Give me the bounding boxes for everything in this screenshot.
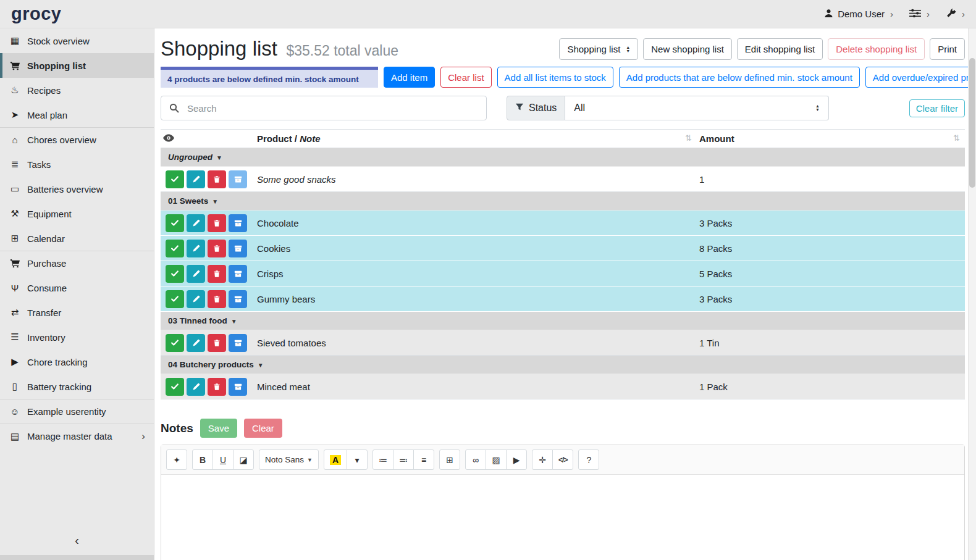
- add-to-stock-button[interactable]: [229, 214, 247, 232]
- sidebar-item-batteries-overview[interactable]: ▭Batteries overview: [0, 177, 154, 201]
- sidebar-item-tasks[interactable]: ≣Tasks: [0, 152, 154, 177]
- notes-clear-button[interactable]: Clear: [244, 419, 282, 438]
- add-below-min-stock-button[interactable]: Add products that are below defined min.…: [619, 67, 860, 88]
- sidebar-item-purchase[interactable]: Purchase: [0, 251, 154, 275]
- sidebar-item-consume[interactable]: ΨConsume: [0, 275, 154, 300]
- sidebar-item-example-userentity[interactable]: ☺Example userentity: [0, 399, 154, 424]
- highlight-color-button[interactable]: A: [324, 449, 347, 470]
- font-name-button[interactable]: Noto Sans▼: [259, 449, 319, 470]
- video-button[interactable]: ▶: [506, 449, 527, 470]
- admin-menu[interactable]: ›: [946, 8, 965, 20]
- product-group-header[interactable]: 01 Sweets▼: [161, 192, 965, 211]
- underline-icon: U: [220, 455, 226, 465]
- add-to-stock-button[interactable]: [229, 170, 247, 188]
- user-menu[interactable]: Demo User ›: [824, 9, 893, 20]
- delete-shopping-list-button[interactable]: Delete shopping list: [828, 38, 925, 60]
- sort-icon[interactable]: ⇅: [953, 133, 960, 143]
- amount-column-header[interactable]: Amount ⇅: [697, 130, 965, 148]
- add-all-to-stock-button[interactable]: Add all list items to stock: [497, 67, 613, 88]
- sidebar-item-equipment[interactable]: ⚒Equipment: [0, 201, 154, 226]
- color-caret-button[interactable]: ▾: [347, 449, 368, 470]
- add-to-stock-button[interactable]: [229, 240, 247, 257]
- print-button[interactable]: Print: [930, 38, 965, 60]
- status-filter-select[interactable]: All ▲▼: [565, 96, 829, 120]
- delete-button[interactable]: [208, 240, 226, 257]
- clear-formatting-button[interactable]: ◪: [233, 449, 254, 470]
- sidebar-item-meal-plan[interactable]: ➤Meal plan: [0, 102, 154, 127]
- done-button[interactable]: [166, 378, 184, 396]
- edit-button[interactable]: [187, 240, 205, 257]
- sidebar-item-calendar[interactable]: ⊞Calendar: [0, 226, 154, 251]
- add-to-stock-button[interactable]: [229, 378, 247, 396]
- product-group-header[interactable]: 03 Tinned food▼: [161, 312, 965, 330]
- code-button[interactable]: </>: [552, 449, 573, 470]
- done-button[interactable]: [166, 265, 184, 283]
- sidebar-item-recipes[interactable]: ♨Recipes: [0, 78, 154, 102]
- sidebar-collapse-button[interactable]: ‹: [0, 525, 154, 555]
- sidebar-item-label: Stock overview: [27, 36, 90, 46]
- delete-button[interactable]: [208, 378, 226, 396]
- pencil-icon: [192, 175, 200, 183]
- unordered-list-button[interactable]: ≔: [372, 449, 393, 470]
- done-button[interactable]: [166, 240, 184, 257]
- notes-save-button[interactable]: Save: [200, 419, 237, 438]
- add-item-button[interactable]: Add item: [384, 67, 435, 88]
- sidebar-bottom-strip: [0, 555, 154, 560]
- delete-button[interactable]: [208, 265, 226, 283]
- edit-button[interactable]: [187, 290, 205, 308]
- edit-button[interactable]: [187, 214, 205, 232]
- edit-button[interactable]: [187, 170, 205, 188]
- done-button[interactable]: [166, 334, 184, 352]
- sidebar-item-chore-tracking[interactable]: ▶Chore tracking: [0, 349, 154, 374]
- delete-button[interactable]: [208, 290, 226, 308]
- new-shopping-list-button[interactable]: New shopping list: [643, 38, 732, 60]
- product-group-header[interactable]: 04 Butchery products▼: [161, 356, 965, 374]
- ordered-list-button[interactable]: ≕: [393, 449, 414, 470]
- paper-plane-icon: ➤: [9, 109, 21, 120]
- fullscreen-button[interactable]: ✛: [532, 449, 553, 470]
- done-button[interactable]: [166, 170, 184, 188]
- magic-style-button[interactable]: ✦: [166, 449, 187, 470]
- sort-icon[interactable]: ⇅: [685, 133, 692, 143]
- sidebar-item-chores-overview[interactable]: ⌂Chores overview: [0, 127, 154, 152]
- edit-shopping-list-button[interactable]: Edit shopping list: [737, 38, 823, 60]
- underline-button[interactable]: U: [212, 449, 233, 470]
- paragraph-align-button[interactable]: ≡: [413, 449, 434, 470]
- delete-button[interactable]: [208, 334, 226, 352]
- delete-button[interactable]: [208, 214, 226, 232]
- notes-editarea[interactable]: [161, 475, 964, 560]
- sidebar-item-battery-tracking[interactable]: ▯Battery tracking: [0, 374, 154, 399]
- help-button[interactable]: ?: [578, 449, 599, 470]
- delete-button[interactable]: [208, 170, 226, 188]
- sidebar-item-inventory[interactable]: ☰Inventory: [0, 325, 154, 349]
- product-group-header[interactable]: Ungrouped▼: [161, 148, 965, 167]
- link-button[interactable]: ∞: [465, 449, 486, 470]
- sidebar-item-transfer[interactable]: ⇄Transfer: [0, 300, 154, 325]
- add-overdue-button[interactable]: Add overdue/expired products: [865, 67, 976, 88]
- play-icon: ▶: [9, 356, 21, 367]
- clear-list-button[interactable]: Clear list: [440, 67, 491, 88]
- sidebar-item-manage-master-data[interactable]: ▤Manage master data›: [0, 424, 154, 448]
- edit-button[interactable]: [187, 378, 205, 396]
- product-column-header[interactable]: Product / Note ⇅: [255, 130, 697, 148]
- sidebar-item-label: Purchase: [27, 258, 66, 269]
- done-button[interactable]: [166, 214, 184, 232]
- visibility-column-header[interactable]: [161, 130, 255, 148]
- picture-button[interactable]: ▨: [486, 449, 507, 470]
- edit-button[interactable]: [187, 334, 205, 352]
- sidebar-item-stock-overview[interactable]: ▦Stock overview: [0, 28, 154, 53]
- scrollbar-thumb[interactable]: [969, 58, 975, 188]
- bold-button[interactable]: B: [192, 449, 213, 470]
- settings-menu[interactable]: ›: [909, 9, 930, 20]
- add-to-stock-button[interactable]: [229, 334, 247, 352]
- done-button[interactable]: [166, 290, 184, 308]
- shopping-list-select[interactable]: Shopping list ▲▼: [559, 38, 638, 60]
- clear-filter-button[interactable]: Clear filter: [909, 99, 965, 117]
- page-scrollbar[interactable]: [968, 28, 976, 560]
- edit-button[interactable]: [187, 265, 205, 283]
- insert-table-button[interactable]: ⊞: [439, 449, 460, 470]
- sidebar-item-shopping-list[interactable]: Shopping list: [0, 53, 154, 78]
- add-to-stock-button[interactable]: [229, 265, 247, 283]
- add-to-stock-button[interactable]: [229, 290, 247, 308]
- search-input[interactable]: [187, 96, 486, 120]
